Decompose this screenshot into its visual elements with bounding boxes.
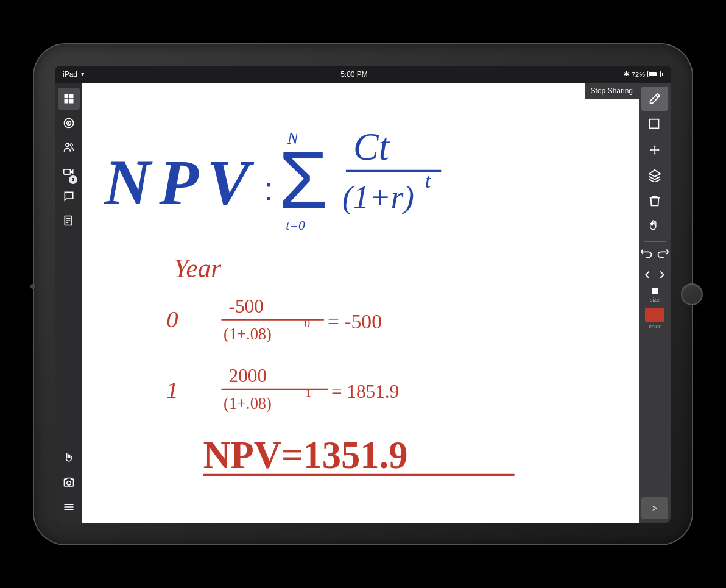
svg-text:t=0: t=0 — [286, 218, 305, 232]
svg-text:NPV=1351.9: NPV=1351.9 — [203, 433, 407, 476]
delete-tool-btn[interactable] — [641, 189, 668, 213]
ipad-label: iPad — [63, 70, 77, 79]
stop-sharing-label: Stop Sharing — [591, 87, 633, 95]
menu-sidebar-btn[interactable] — [58, 496, 80, 518]
app-area: 2 — [55, 83, 671, 523]
battery-icon — [647, 71, 663, 77]
svg-rect-3 — [69, 99, 74, 103]
svg-rect-1 — [69, 94, 74, 98]
svg-text::: : — [264, 171, 273, 207]
right-toolbar: size color > — [639, 83, 671, 523]
chat-sidebar-btn[interactable] — [58, 185, 80, 207]
status-bar: iPad ▾ 5:00 PM ✱ 72% — [55, 66, 671, 83]
whiteboard-canvas[interactable]: Stop Sharing N N P V : Σ t=0 — [82, 83, 639, 523]
svg-text:P: P — [158, 146, 199, 218]
svg-text:(1+r): (1+r) — [342, 179, 414, 214]
move-tool-btn[interactable] — [641, 138, 668, 162]
undo-btn[interactable] — [641, 244, 654, 264]
svg-text:= 1851.9: = 1851.9 — [331, 381, 399, 402]
hand-tool-btn[interactable] — [641, 214, 668, 239]
toolbar-divider-1 — [644, 241, 666, 242]
svg-text:0: 0 — [304, 316, 310, 329]
pen-tool-btn[interactable] — [641, 87, 668, 111]
svg-text:1: 1 — [166, 377, 178, 403]
svg-point-14 — [67, 481, 71, 485]
svg-text:(1+.08): (1+.08) — [224, 325, 272, 343]
side-volume-dot — [30, 284, 35, 289]
color-label: color — [649, 324, 661, 330]
left-sidebar: 2 — [55, 83, 82, 523]
svg-text:(1+.08): (1+.08) — [224, 394, 272, 413]
ipad-device: iPad ▾ 5:00 PM ✱ 72% — [34, 44, 692, 544]
svg-text:Year: Year — [174, 253, 221, 282]
camera-sidebar-btn[interactable] — [58, 472, 80, 494]
svg-point-6 — [68, 122, 70, 124]
nav-arrows-group — [641, 265, 669, 285]
svg-rect-9 — [64, 169, 71, 174]
svg-text:0: 0 — [166, 306, 178, 331]
target-sidebar-btn[interactable] — [58, 112, 80, 134]
svg-text:1: 1 — [306, 386, 312, 398]
size-control[interactable]: size — [650, 288, 660, 303]
svg-text:= -500: = -500 — [328, 310, 382, 333]
color-swatch[interactable] — [645, 308, 664, 322]
svg-text:-500: -500 — [229, 295, 264, 316]
wifi-icon: ▾ — [81, 70, 85, 78]
ipad-screen: iPad ▾ 5:00 PM ✱ 72% — [55, 66, 671, 523]
svg-point-8 — [70, 143, 72, 146]
svg-text:Ct: Ct — [353, 126, 390, 168]
participants-sidebar-btn[interactable]: 2 — [58, 136, 80, 158]
stop-sharing-tooltip: Stop Sharing — [585, 83, 639, 99]
notes-sidebar-btn[interactable] — [58, 210, 80, 232]
svg-rect-2 — [65, 99, 69, 103]
back-btn[interactable] — [641, 265, 654, 285]
size-label: size — [650, 297, 660, 303]
home-button[interactable] — [681, 283, 703, 305]
svg-text:N: N — [104, 146, 153, 218]
grid-sidebar-btn[interactable] — [58, 88, 80, 110]
svg-text:t: t — [425, 169, 432, 192]
size-dot — [652, 288, 658, 294]
status-right: ✱ 72% — [624, 70, 663, 78]
status-time: 5:00 PM — [340, 70, 368, 79]
status-left: iPad ▾ — [63, 70, 85, 79]
svg-text:V: V — [206, 146, 254, 218]
battery-percent: 72% — [632, 71, 645, 78]
undo-redo-group — [641, 244, 669, 264]
whiteboard-svg: N N P V : Σ t=0 Ct (1+r) — [82, 83, 639, 523]
expand-icon: > — [652, 503, 657, 513]
redo-btn[interactable] — [655, 244, 669, 264]
raise-hand-sidebar-btn[interactable] — [58, 447, 80, 469]
svg-text:2000: 2000 — [229, 364, 267, 386]
layers-tool-btn[interactable] — [641, 163, 668, 188]
svg-rect-44 — [650, 119, 659, 128]
svg-text:Σ: Σ — [278, 134, 328, 224]
color-control[interactable]: color — [645, 306, 664, 332]
svg-point-7 — [66, 143, 69, 146]
forward-btn[interactable] — [655, 265, 669, 285]
expand-btn[interactable]: > — [641, 497, 668, 519]
bluetooth-icon: ✱ — [624, 70, 629, 78]
svg-rect-0 — [65, 94, 69, 98]
participants-badge: 2 — [69, 175, 77, 184]
shapes-tool-btn[interactable] — [641, 112, 668, 136]
